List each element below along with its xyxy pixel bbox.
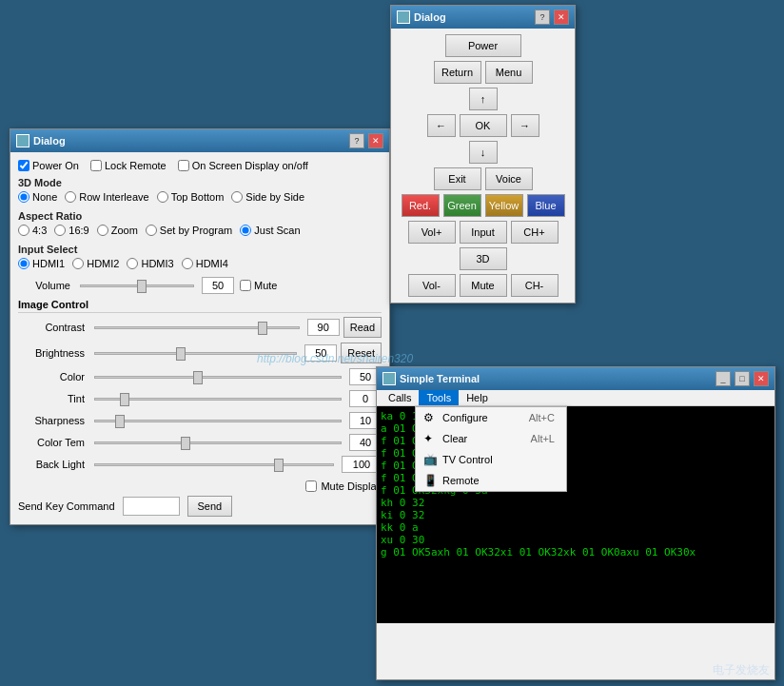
input-hdmi1-radio[interactable] [18,258,29,269]
ctx-tvcontrol-label: TV Control [442,454,493,465]
titlebar-right-left: Dialog [397,10,446,24]
aspect-43-radio[interactable] [18,225,29,236]
window-icon-right [397,10,410,24]
voice-button[interactable]: Voice [485,167,533,190]
3d-button[interactable]: 3D [460,247,507,270]
remote-row-vol-ch: Vol+ Input CH+ [408,221,559,244]
down-button[interactable]: ↓ [469,141,498,164]
mode-side-radio[interactable] [231,191,243,203]
mode-row-radio[interactable] [65,191,76,203]
aspect-scan-label: Just Scan [254,225,300,236]
send-key-input[interactable] [123,497,180,516]
power-button[interactable]: Power [445,34,521,57]
image-control-label: Image Control [18,299,382,313]
mute-display-checkbox[interactable] [305,480,317,492]
close-button[interactable]: ✕ [368,133,383,148]
menu-calls[interactable]: Calls [381,390,419,405]
tv-icon: 📺 [423,453,437,466]
brightness-thumb[interactable] [176,347,186,361]
red-button[interactable]: Red. [402,194,440,217]
aspect-scan-radio[interactable] [240,225,251,236]
contrast-track[interactable] [94,326,300,329]
on-screen-checkbox[interactable] [178,160,189,171]
tint-track[interactable] [94,398,342,401]
aspect-169-radio[interactable] [54,225,66,236]
checkbox-row: Power On Lock Remote On Screen Display o… [18,160,382,171]
dialog-left-titlebar: Dialog ? ✕ [10,129,389,152]
menu-button[interactable]: Menu [485,61,533,84]
volume-track[interactable] [80,284,194,287]
mode-none-radio[interactable] [18,191,29,203]
mode-top-radio[interactable] [157,191,168,203]
send-button[interactable]: Send [187,496,233,517]
terminal-close-button[interactable]: ✕ [754,371,769,386]
sharpness-track[interactable] [94,420,342,422]
green-button[interactable]: Green [443,194,481,217]
contrast-label: Contrast [18,322,85,333]
remote-row-down: ↓ [469,141,498,164]
mute-button[interactable]: Mute [460,274,507,297]
reset-button[interactable]: Reset [341,343,382,363]
ctx-configure-shortcut: Alt+C [529,412,555,423]
aspect-program-radio[interactable] [146,225,157,236]
brightness-label: Brightness [18,347,85,359]
ctx-tvcontrol[interactable]: 📺 TV Control [416,449,566,470]
color-track[interactable] [94,376,342,379]
terminal-icon [382,372,396,385]
aspect-ratio-label: Aspect Ratio [18,210,382,222]
input-button[interactable]: Input [460,221,507,244]
input-hdmi2-radio[interactable] [72,258,84,269]
help-button-right[interactable]: ? [535,10,550,25]
dialog-right-titlebar: Dialog ? ✕ [391,6,575,29]
volume-value: 50 [202,277,234,294]
lock-remote-checkbox[interactable] [90,160,102,171]
maximize-button[interactable]: □ [735,371,750,386]
ch-plus-button[interactable]: CH+ [511,221,559,244]
brightness-track[interactable] [94,352,297,355]
volume-label: Volume [18,280,70,291]
backlight-thumb[interactable] [274,459,284,472]
sharpness-label: Sharpness [18,415,85,426]
yellow-button[interactable]: Yellow [485,194,523,217]
up-button[interactable]: ↑ [469,88,498,110]
blue-button[interactable]: Blue [527,194,565,217]
ctx-clear[interactable]: ✦ Clear Alt+L [416,428,566,449]
exit-button[interactable]: Exit [434,167,481,190]
help-button[interactable]: ? [349,133,364,148]
aspect-169-item: 16:9 [54,225,88,236]
terminal-body-area: ka 0 1 a 01 OK f 01 OK f 01 OK f 01 OK1e… [377,406,774,671]
ctx-remote[interactable]: 📱 Remote [416,470,566,491]
input-select-label: Input Select [18,244,382,255]
ok-button[interactable]: OK [460,114,507,137]
aspect-zoom-item: Zoom [97,225,138,236]
volume-thumb[interactable] [137,280,147,293]
volume-mute-checkbox[interactable] [240,280,251,291]
color-thumb[interactable] [193,371,203,384]
tint-thumb[interactable] [120,393,129,406]
input-hdmi3-radio[interactable] [127,258,138,269]
input-select-section: Input Select HDMI1 HDMI2 HDMI3 HDMI4 [18,244,382,269]
left-button[interactable]: ← [427,114,456,137]
sharpness-thumb[interactable] [115,415,125,428]
ch-minus-button[interactable]: CH- [511,274,559,297]
aspect-zoom-radio[interactable] [97,225,108,236]
colortem-thumb[interactable] [181,437,190,450]
return-button[interactable]: Return [434,61,481,84]
color-label: Color [18,371,85,382]
vol-minus-button[interactable]: Vol- [408,274,456,297]
contrast-thumb[interactable] [258,322,267,335]
close-button-right[interactable]: ✕ [554,10,569,25]
colortem-track[interactable] [94,441,342,444]
ctx-configure[interactable]: ⚙ Configure Alt+C [416,407,566,428]
minimize-button[interactable]: _ [715,371,731,386]
read-button[interactable]: Read [343,317,382,338]
titlebar-right-buttons: ? ✕ [535,10,569,25]
menu-help[interactable]: Help [459,390,496,405]
colortem-label: Color Tem [18,437,85,448]
menu-tools[interactable]: Tools [419,390,459,405]
right-button[interactable]: → [511,114,539,137]
backlight-track[interactable] [94,463,334,466]
vol-plus-button[interactable]: Vol+ [408,221,456,244]
power-on-checkbox[interactable] [18,160,29,171]
input-hdmi4-radio[interactable] [182,258,193,269]
